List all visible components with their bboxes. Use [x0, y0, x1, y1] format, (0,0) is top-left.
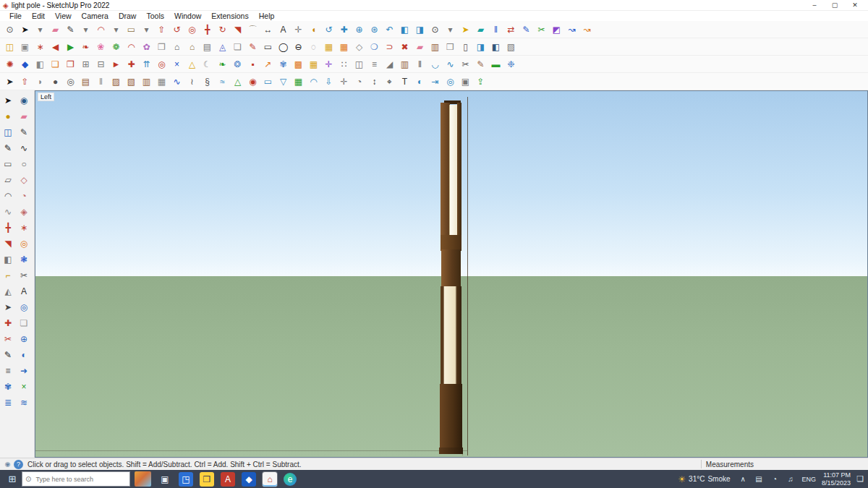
swirl-icon[interactable]: ✾: [1, 380, 15, 394]
scissors-icon[interactable]: ✂: [17, 268, 31, 283]
ramp-icon[interactable]: ◢: [382, 56, 397, 72]
grid-orange-icon[interactable]: ▦: [336, 39, 352, 54]
coin-gold-icon[interactable]: ●: [1, 109, 15, 124]
stairs-icon[interactable]: ≡: [367, 56, 382, 72]
stamp-red-icon[interactable]: ◉: [245, 74, 260, 89]
board-hatch-icon[interactable]: ▧: [503, 39, 519, 54]
pencil-icon[interactable]: ✎: [17, 125, 31, 140]
x-blue-icon[interactable]: ×: [169, 56, 184, 72]
spray-blue-icon[interactable]: ❉: [503, 56, 519, 72]
hexagon-icon[interactable]: ◇: [352, 39, 367, 54]
page-orange-icon[interactable]: ❏: [48, 56, 63, 72]
eraser-icon[interactable]: ▰: [48, 22, 63, 37]
bubble-blue-icon[interactable]: ❍: [367, 39, 382, 54]
measurements-input[interactable]: [754, 459, 865, 469]
arrows-up-icon[interactable]: ⇈: [139, 56, 154, 72]
section-plane-icon[interactable]: ◧: [397, 22, 412, 37]
select-icon[interactable]: ➤: [1, 93, 15, 108]
minimize-button[interactable]: –: [804, 1, 825, 9]
arrow-diag-orange-icon[interactable]: ↗: [260, 56, 276, 72]
label-tag-icon[interactable]: ⌖: [382, 74, 397, 89]
zoom-in-icon[interactable]: ⊕: [352, 22, 367, 37]
waves-blue-icon[interactable]: ≋: [17, 395, 31, 410]
maximize-button[interactable]: ▢: [825, 1, 845, 9]
shell-icon[interactable]: ◗: [33, 74, 48, 89]
half-grid-icon[interactable]: ◧: [1, 252, 15, 267]
grid-yellow-icon[interactable]: ▦: [321, 39, 336, 54]
select-icon[interactable]: ➤: [17, 22, 33, 37]
roller-green-icon[interactable]: ▬: [488, 56, 503, 72]
walk-arrow-icon[interactable]: ➜: [17, 364, 31, 378]
line-dropdown-icon[interactable]: ▾: [78, 22, 93, 37]
pencil-red-icon[interactable]: ✎: [245, 39, 260, 54]
pen-black-icon[interactable]: ✎: [1, 348, 15, 362]
x-green-icon[interactable]: ×: [17, 380, 31, 394]
group-gray-icon[interactable]: ▣: [17, 39, 33, 54]
spring-icon[interactable]: ≀: [184, 74, 200, 89]
disc-icon[interactable]: ●: [48, 74, 63, 89]
brush-brown-icon[interactable]: ✎: [473, 56, 488, 72]
pages-icon[interactable]: ❐: [154, 39, 169, 54]
circle-icon[interactable]: ○: [17, 157, 31, 171]
menu-edit[interactable]: Edit: [27, 12, 50, 20]
3d-viewport[interactable]: Left: [35, 90, 868, 458]
zoom-blue-icon[interactable]: ⊕: [17, 332, 31, 346]
oval-black-icon[interactable]: ◯: [276, 39, 291, 54]
window-minus-icon[interactable]: ⊟: [93, 56, 109, 72]
rectangle-icon[interactable]: ▭: [1, 157, 15, 171]
mesh-green-icon[interactable]: ▦: [291, 74, 306, 89]
previous-view-icon[interactable]: ↶: [382, 22, 397, 37]
move-icon[interactable]: ╋: [1, 221, 15, 235]
offset-orange-icon[interactable]: ◎: [17, 236, 31, 251]
leaf-green-icon[interactable]: ❁: [109, 39, 124, 54]
search-highlights-icon[interactable]: [135, 471, 151, 487]
zoom-extents-icon[interactable]: ⊛: [367, 22, 382, 37]
push-pull-icon[interactable]: ⇧: [154, 22, 169, 37]
orbit-icon[interactable]: ↺: [321, 22, 336, 37]
paper-icon[interactable]: ❏: [17, 316, 31, 330]
box-red-small-icon[interactable]: ▪: [245, 56, 260, 72]
magnet-red-icon[interactable]: ⊃: [382, 39, 397, 54]
board-diag-2-icon[interactable]: ▧: [124, 74, 139, 89]
fence-2-icon[interactable]: ▥: [139, 74, 154, 89]
screen-navy-icon[interactable]: ◧: [488, 39, 503, 54]
pin-cross-icon[interactable]: ✚: [1, 316, 15, 330]
polygon-icon[interactable]: ◇: [17, 173, 31, 187]
wheel-blue-icon[interactable]: ❂: [230, 56, 245, 72]
arrow-green-icon[interactable]: ▶: [63, 39, 78, 54]
arc-tool-icon[interactable]: ◠: [1, 189, 15, 203]
zoom-tool-icon[interactable]: ⊙: [2, 22, 17, 37]
flower-violet-icon[interactable]: ✿: [139, 39, 154, 54]
dots-grid-icon[interactable]: ∷: [336, 56, 352, 72]
menu-help[interactable]: Help: [254, 12, 280, 20]
cube-blue-icon[interactable]: ◫: [1, 125, 15, 140]
menu-draw[interactable]: Draw: [114, 12, 142, 20]
text-3d-icon[interactable]: T: [397, 74, 412, 89]
arc-blue-icon[interactable]: ◡: [427, 56, 443, 72]
pin-red-icon[interactable]: ✖: [397, 39, 412, 54]
burst-icon[interactable]: ∗: [17, 221, 31, 235]
task-view-icon[interactable]: ▣: [158, 472, 172, 487]
volume-icon[interactable]: ♫: [786, 474, 796, 484]
pan-icon[interactable]: ✚: [336, 22, 352, 37]
weather-widget[interactable]: ☀ 31°C Smoke: [678, 474, 730, 484]
fence-brown-icon[interactable]: ▥: [397, 56, 412, 72]
arc-tool-red-icon[interactable]: ◠: [124, 39, 139, 54]
bars-icon[interactable]: ≡: [1, 364, 15, 378]
diamond-blue-icon[interactable]: ◆: [17, 56, 33, 72]
network-icon[interactable]: ◔: [770, 474, 780, 484]
pencil-blue-icon[interactable]: ✎: [519, 22, 534, 37]
flatten-icon[interactable]: ▭: [260, 74, 276, 89]
window-grid-icon[interactable]: ⊞: [78, 56, 93, 72]
explode-red-icon[interactable]: ∗: [33, 39, 48, 54]
move-icon[interactable]: ╋: [200, 22, 215, 37]
donut-icon[interactable]: ◎: [63, 74, 78, 89]
helix-icon[interactable]: §: [200, 74, 215, 89]
curve-icon[interactable]: ∿: [1, 205, 15, 219]
blue-window-app-icon[interactable]: ◳: [179, 472, 193, 487]
push-red-icon[interactable]: ⇧: [17, 74, 33, 89]
text-box-icon[interactable]: A: [17, 284, 31, 299]
scale-icon[interactable]: ◥: [230, 22, 245, 37]
orbit-eye-icon[interactable]: ◉: [17, 93, 31, 108]
shapes-icon[interactable]: ▭: [124, 22, 139, 37]
